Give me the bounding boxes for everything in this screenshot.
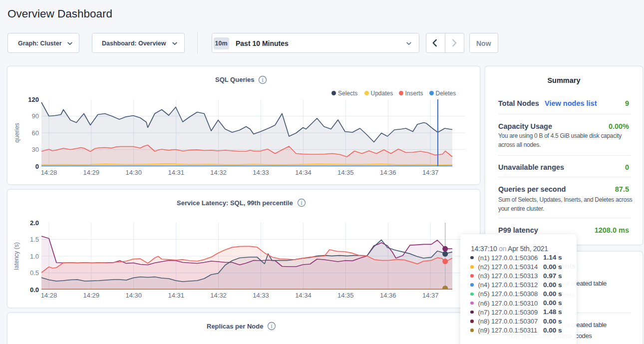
- svg-text:14:29: 14:29: [83, 169, 100, 176]
- svg-text:14:36: 14:36: [380, 169, 396, 176]
- svg-text:14:28: 14:28: [41, 292, 57, 299]
- svg-text:1.0: 1.0: [30, 253, 39, 260]
- svg-text:14:30: 14:30: [125, 292, 142, 299]
- svg-text:0: 0: [35, 163, 39, 170]
- svg-text:14:30: 14:30: [125, 169, 142, 176]
- svg-text:14:36: 14:36: [380, 292, 396, 299]
- svg-text:14:28: 14:28: [41, 169, 57, 176]
- svg-text:14:37: 14:37: [422, 292, 439, 299]
- svg-text:2.0: 2.0: [30, 219, 39, 227]
- svg-text:14:35: 14:35: [337, 292, 354, 299]
- svg-text:0.5: 0.5: [30, 269, 39, 277]
- svg-text:30: 30: [32, 146, 39, 153]
- svg-text:60: 60: [32, 129, 39, 137]
- svg-text:14:32: 14:32: [210, 169, 227, 176]
- svg-text:14:29: 14:29: [83, 292, 100, 299]
- svg-text:14:35: 14:35: [337, 169, 354, 176]
- svg-text:90: 90: [32, 112, 39, 120]
- svg-text:1.5: 1.5: [30, 236, 39, 243]
- svg-text:14:31: 14:31: [168, 292, 184, 299]
- svg-text:0.0: 0.0: [30, 286, 39, 294]
- svg-text:14:34: 14:34: [295, 169, 312, 176]
- svg-text:queries: queries: [13, 123, 20, 142]
- svg-text:14:32: 14:32: [210, 292, 227, 299]
- svg-text:14:33: 14:33: [253, 169, 269, 176]
- svg-text:14:37: 14:37: [422, 169, 439, 176]
- svg-text:14:31: 14:31: [168, 169, 184, 176]
- svg-text:latency (s): latency (s): [13, 242, 20, 270]
- svg-text:120: 120: [28, 96, 39, 103]
- svg-text:14:33: 14:33: [253, 292, 269, 299]
- svg-text:14:34: 14:34: [295, 292, 312, 299]
- svg-text:i: i: [271, 323, 272, 329]
